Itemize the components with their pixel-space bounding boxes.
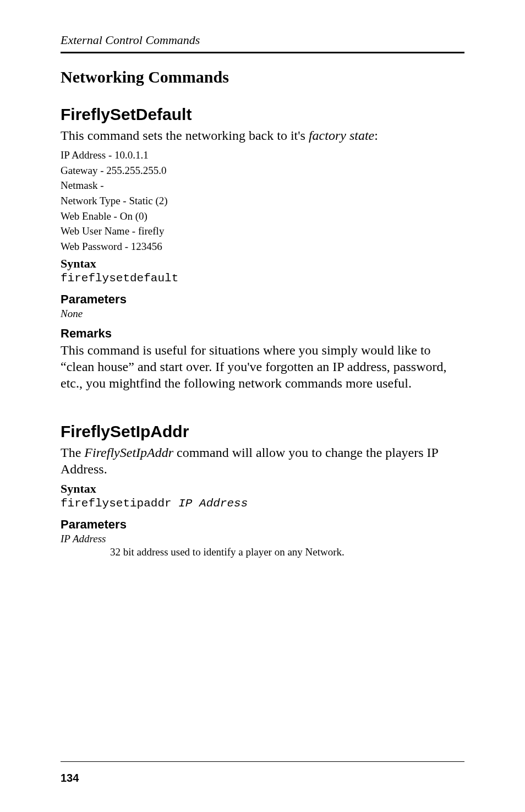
cmd1-syntax-code: fireflysetdefault bbox=[61, 272, 464, 285]
cmd1-intro: This command sets the networking back to… bbox=[61, 127, 464, 144]
cmd2-param-name: IP Address bbox=[61, 533, 464, 545]
command-title-fireflysetipaddr: FireflySetIpAddr bbox=[61, 422, 464, 441]
cmd1-intro-c: : bbox=[374, 128, 378, 143]
cmd2-syntax-a: fireflysetipaddr bbox=[61, 497, 178, 510]
cmd1-intro-a: This command sets the networking back to… bbox=[61, 128, 309, 143]
page-footer: 134 bbox=[61, 761, 464, 784]
cmd2-parameters-heading: Parameters bbox=[61, 517, 464, 532]
cmd1-syntax-label: Syntax bbox=[61, 257, 464, 271]
cmd1-line-webenable: Web Enable - On (0) bbox=[61, 209, 464, 224]
chapter-header: External Control Commands bbox=[61, 33, 464, 47]
cmd1-line-webuser: Web User Name - firefly bbox=[61, 224, 464, 238]
cmd1-intro-b: factory state bbox=[309, 128, 374, 143]
cmd2-syntax-b: IP Address bbox=[178, 497, 248, 510]
cmd1-parameters-none: None bbox=[61, 308, 464, 320]
cmd2-intro-b: FireflySetIpAddr bbox=[84, 445, 173, 460]
header-rule bbox=[61, 52, 464, 53]
cmd1-remarks-body: This command is useful for situations wh… bbox=[61, 342, 464, 391]
cmd1-line-ip: IP Address - 10.0.1.1 bbox=[61, 148, 464, 162]
cmd1-line-netmask: Netmask - bbox=[61, 178, 464, 193]
command-title-fireflysetdefault: FireflySetDefault bbox=[61, 105, 464, 124]
cmd1-parameters-heading: Parameters bbox=[61, 292, 464, 307]
cmd1-remarks-heading: Remarks bbox=[61, 326, 464, 341]
cmd2-param-desc: 32 bit address used to identify a player… bbox=[110, 546, 464, 558]
page-number: 134 bbox=[61, 772, 464, 784]
cmd2-syntax-label: Syntax bbox=[61, 482, 464, 496]
cmd1-line-gateway: Gateway - 255.255.255.0 bbox=[61, 164, 464, 178]
section-title: Networking Commands bbox=[61, 68, 464, 86]
footer-rule bbox=[61, 761, 464, 762]
cmd1-line-webpass: Web Password - 123456 bbox=[61, 239, 464, 254]
cmd2-syntax-code: fireflysetipaddr IP Address bbox=[61, 497, 464, 510]
cmd1-line-networktype: Network Type - Static (2) bbox=[61, 194, 464, 208]
cmd2-intro-a: The bbox=[61, 445, 84, 460]
cmd2-intro: The FireflySetIpAddr command will allow … bbox=[61, 444, 464, 477]
